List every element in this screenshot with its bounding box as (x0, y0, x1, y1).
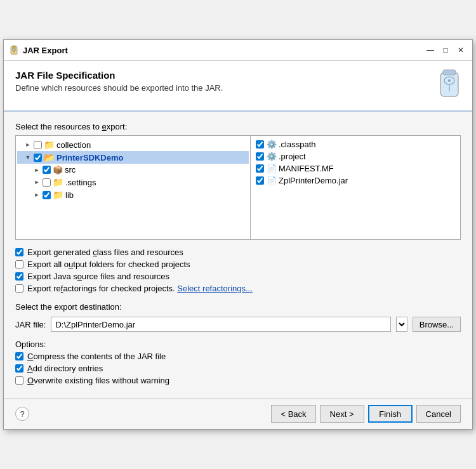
tree-label-lib: lib (65, 190, 74, 200)
checkbox-export-source[interactable] (15, 272, 23, 281)
tree-item-src[interactable]: ► 📦 src (17, 164, 249, 176)
tree-label-printersdkdemo: PrinterSDKDemo (56, 153, 123, 162)
compress-label: Compress the contents of the JAR file (27, 352, 166, 361)
folder-icon-settings: 📁 (53, 177, 63, 187)
option-add-directory[interactable]: Add directory entries (15, 364, 461, 373)
folder-icon-src: 📦 (53, 165, 63, 175)
checkbox-export-output[interactable] (15, 260, 23, 268)
finish-button[interactable]: Finish (368, 405, 413, 423)
tree-item-settings[interactable]: ► 📁 .settings (17, 176, 249, 188)
right-item-project[interactable]: ⚙️ .project (256, 150, 455, 162)
expander-collection[interactable]: ► (23, 140, 32, 149)
checkbox-collection[interactable] (34, 141, 42, 149)
export-source-label: Export Java source files and resources (27, 272, 169, 281)
tree-right: ⚙️ .classpath ⚙️ .project 📄 MANIFEST.MF … (251, 136, 460, 239)
options-label: Options: (15, 340, 461, 349)
checkbox-zplprinterdemo[interactable] (256, 176, 264, 185)
tree-label-collection: collection (56, 140, 91, 150)
export-output-label: Export all output folders for checked pr… (27, 260, 190, 269)
main-content: Select the resources to export: ► 📁 coll… (4, 112, 472, 398)
jar-file-label: JAR file: (15, 320, 46, 329)
option-compress[interactable]: Compress the contents of the JAR file (15, 352, 461, 361)
right-item-classpath[interactable]: ⚙️ .classpath (256, 138, 455, 150)
tree-item-collection[interactable]: ► 📁 collection (17, 138, 249, 151)
svg-rect-1 (12, 46, 16, 48)
tree-label-src: src (65, 165, 76, 175)
resources-label: Select the resources to export: (15, 122, 461, 131)
titlebar-left: JAR Export (9, 45, 68, 55)
tree-item-lib[interactable]: ► 📁 lib (17, 188, 249, 201)
jar-export-dialog: JAR Export — □ ✕ JAR File Specification … (3, 39, 473, 430)
export-class-label: Export generated class files and resourc… (27, 248, 183, 257)
svg-rect-5 (443, 70, 456, 75)
checkbox-add-directory[interactable] (15, 364, 23, 373)
cancel-button[interactable]: Cancel (416, 405, 461, 423)
checkbox-compress[interactable] (15, 352, 23, 360)
file-icon-zplprinterdemo: 📄 (267, 176, 277, 185)
page-description: Define which resources should be exporte… (15, 83, 461, 93)
titlebar-title: JAR Export (23, 46, 68, 55)
jar-icon (435, 67, 463, 102)
file-icon-manifest: 📄 (267, 164, 277, 173)
jar-file-dropdown[interactable] (396, 317, 407, 332)
checkbox-overwrite[interactable] (15, 376, 23, 385)
header-area: JAR File Specification Define which reso… (4, 61, 472, 112)
file-label-zplprinterdemo: ZplPrinterDemo.jar (279, 176, 348, 185)
titlebar: JAR Export — □ ✕ (4, 40, 472, 61)
file-label-project: .project (279, 152, 306, 161)
tree-label-settings: .settings (65, 178, 96, 187)
folder-icon-lib: 📁 (53, 190, 63, 200)
checkbox-classpath[interactable] (256, 140, 264, 149)
checkbox-src[interactable] (43, 166, 51, 174)
expander-printersdkdemo[interactable]: ▼ (23, 153, 32, 162)
right-item-manifest[interactable]: 📄 MANIFEST.MF (256, 162, 455, 175)
export-option-source[interactable]: Export Java source files and resources (15, 272, 461, 281)
titlebar-controls: — □ ✕ (424, 44, 467, 56)
option-overwrite[interactable]: Overwrite existing files without warning (15, 376, 461, 385)
file-label-classpath: .classpath (279, 140, 316, 149)
footer-right: < Back Next > Finish Cancel (271, 405, 461, 423)
checkbox-project[interactable] (256, 152, 264, 161)
tree-item-printersdkdemo[interactable]: ▼ 📂 PrinterSDKDemo (17, 151, 249, 164)
checkbox-manifest[interactable] (256, 164, 264, 173)
right-item-zplprinterdemo[interactable]: 📄 ZplPrinterDemo.jar (256, 175, 455, 187)
folder-icon-collection: 📁 (44, 140, 55, 150)
export-option-refactor[interactable]: Export refactorings for checked projects… (15, 284, 461, 293)
select-refactorings-link[interactable]: Select refactorings... (177, 284, 253, 293)
checkbox-printersdkdemo[interactable] (34, 154, 42, 162)
export-refactor-label: Export refactorings for checked projects… (27, 284, 175, 293)
page-title: JAR File Specification (15, 70, 461, 81)
minimize-button[interactable]: — (424, 44, 437, 56)
back-button[interactable]: < Back (271, 405, 315, 423)
export-option-class[interactable]: Export generated class files and resourc… (15, 248, 461, 257)
expander-lib[interactable]: ► (32, 190, 41, 199)
browse-button[interactable]: Browse... (413, 317, 461, 332)
help-button[interactable]: ? (15, 407, 29, 421)
file-label-manifest: MANIFEST.MF (279, 164, 334, 173)
folder-icon-printersdkdemo: 📂 (44, 152, 55, 162)
checkbox-export-class[interactable] (15, 248, 23, 256)
checkbox-lib[interactable] (43, 191, 51, 199)
close-button[interactable]: ✕ (454, 44, 467, 56)
overwrite-label: Overwrite existing files without warning (27, 376, 169, 385)
tree-left[interactable]: ► 📁 collection ▼ 📂 PrinterSDKDemo ► 📦 (16, 136, 251, 239)
maximize-button[interactable]: □ (439, 44, 452, 56)
destination-section: Select the export destination: JAR file:… (15, 302, 461, 332)
jar-file-input[interactable] (51, 317, 390, 332)
checkbox-settings[interactable] (43, 178, 51, 187)
svg-point-8 (448, 79, 451, 82)
tree-panel: ► 📁 collection ▼ 📂 PrinterSDKDemo ► 📦 (15, 135, 461, 240)
jar-options-section: Options: Compress the contents of the JA… (15, 340, 461, 385)
file-icon-classpath: ⚙️ (267, 140, 277, 149)
expander-settings[interactable]: ► (32, 178, 41, 187)
expander-src[interactable]: ► (32, 166, 41, 175)
add-directory-label: Add directory entries (27, 364, 103, 373)
footer-left: ? (15, 407, 29, 421)
destination-label: Select the export destination: (15, 302, 461, 312)
export-options-section: Export generated class files and resourc… (15, 248, 461, 293)
checkbox-export-refactor[interactable] (15, 284, 23, 293)
jar-row: JAR file: Browse... (15, 317, 461, 332)
export-option-output[interactable]: Export all output folders for checked pr… (15, 260, 461, 269)
file-icon-project: ⚙️ (267, 152, 277, 161)
next-button[interactable]: Next > (320, 405, 364, 423)
